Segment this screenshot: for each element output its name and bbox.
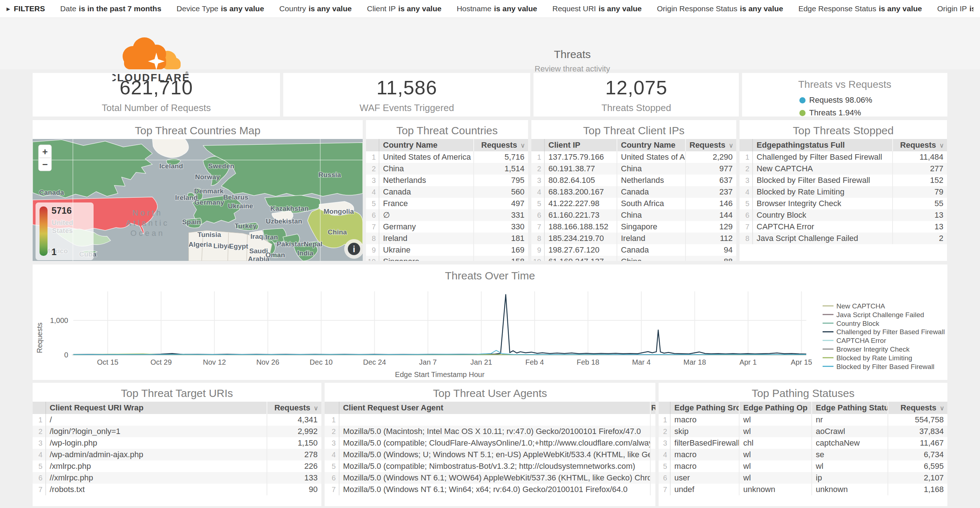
index-column-header xyxy=(531,139,544,151)
table-row[interactable]: 5/xmlrpc.php226 xyxy=(33,460,321,472)
top-pathing-statuses-table-wrap[interactable]: Edge Pathing SrcEdge Pathing OpEdge Path… xyxy=(659,402,947,506)
table-row[interactable]: 2Mozilla/5.0 (Macintosh; Intel Mac OS X … xyxy=(325,426,656,437)
filter-edge-response-status[interactable]: Edge Response Statusis any value xyxy=(798,4,922,13)
column-header-client-request-uri-wrap[interactable]: Client Request URI Wrap xyxy=(46,402,267,414)
table-row[interactable]: 2/login/?login_only=12,992 xyxy=(33,426,321,437)
column-header-requests[interactable]: Requests ∨ xyxy=(888,402,947,414)
table-row[interactable]: 5Browser Integrity Check55 xyxy=(740,198,947,209)
table-row[interactable]: 6userwlip2,107 xyxy=(659,472,947,484)
table-row[interactable]: 1 xyxy=(325,414,656,426)
table-row[interactable]: 7Germany330 xyxy=(366,221,528,233)
filter-client-ip[interactable]: Client IPis any value xyxy=(367,4,441,13)
table-row[interactable]: 1/4,341 xyxy=(33,414,321,426)
table-row[interactable]: 10Singapore158 xyxy=(366,256,528,261)
chart-legend-item-country-block[interactable]: Country Block xyxy=(822,320,880,327)
table-row[interactable]: 6∅331 xyxy=(366,209,528,221)
legend-label: Threats 1.94% xyxy=(809,108,861,116)
table-row[interactable]: 8Ireland181 xyxy=(366,233,528,244)
filter-date[interactable]: Dateis in the past 7 months xyxy=(60,4,161,13)
top-threat-client-ips-table-wrap[interactable]: Client IPCountry NameRequests ∨1137.175.… xyxy=(531,139,736,261)
table-row[interactable]: 1061.160.247.137China88 xyxy=(531,256,736,261)
filter-country[interactable]: Countryis any value xyxy=(279,4,352,13)
table-row[interactable]: 7/robots.txt90 xyxy=(33,484,321,495)
table-row[interactable]: 1macrowlnr554,758 xyxy=(659,414,947,426)
filter-origin-ip[interactable]: Origin IPis any value xyxy=(937,4,974,13)
table-row[interactable]: 4Blocked by Rate Limiting79 xyxy=(740,186,947,198)
column-header-edge-pathing-status[interactable]: Edge Pathing Status xyxy=(812,402,888,414)
top-threats-stopped-table-wrap[interactable]: Edgepathingstatus FullRequests ∨1Challen… xyxy=(740,139,947,261)
table-row[interactable]: 4macrowlse6,734 xyxy=(659,449,947,460)
table-row[interactable]: 3Mozilla/5.0 (compatible; CloudFlare-Alw… xyxy=(325,437,656,449)
chart-legend-item-blocked-by-filter-based-firewall[interactable]: Blocked by Filter Based Firewall xyxy=(822,363,934,371)
filter-origin-response-status[interactable]: Origin Response Statusis any value xyxy=(657,4,783,13)
table-row[interactable]: 2New CAPTCHA277 xyxy=(740,163,947,175)
table-row[interactable]: 4Canada560 xyxy=(366,186,528,198)
table-row[interactable]: 6//xmlrpc.php133 xyxy=(33,472,321,484)
chart-legend-item-java-script-challenge-failed[interactable]: Java Script Challenge Failed xyxy=(822,311,924,318)
filter-device-type[interactable]: Device Typeis any value xyxy=(177,4,264,13)
column-header-edgepathingstatus-full[interactable]: Edgepathingstatus Full xyxy=(752,139,892,151)
table-row[interactable]: 4/wp-admin/admin-ajax.php278 xyxy=(33,449,321,460)
chart-legend-item-blocked-by-rate-limiting[interactable]: Blocked by Rate Limiting xyxy=(822,354,912,362)
top-threat-countries-table-wrap[interactable]: Country NameRequests ∨1United States of … xyxy=(366,139,528,261)
top-threat-user-agents-table-wrap[interactable]: Client Request User AgentRequests ∨12Moz… xyxy=(325,402,656,506)
column-header-requests[interactable]: Requests ∨ xyxy=(892,139,947,151)
table-row[interactable]: 7CAPTCHA Error13 xyxy=(740,221,947,233)
column-header-requests[interactable]: Requests ∨ xyxy=(686,139,736,151)
filters-expander[interactable]: ▶ FILTERS xyxy=(6,4,45,13)
column-header-client-request-user-agent[interactable]: Client Request User Agent xyxy=(339,402,651,414)
column-header-country-name[interactable]: Country Name xyxy=(379,139,474,151)
zoom-out-button[interactable]: − xyxy=(42,159,48,170)
zoom-in-button[interactable]: + xyxy=(42,146,48,157)
filter-request-uri[interactable]: Request URIis any value xyxy=(552,4,642,13)
legend-item-threats[interactable]: Threats 1.94% xyxy=(799,108,890,116)
table-row[interactable]: 7Mozilla/5.0 (Windows NT 6.1; Win64; x64… xyxy=(325,484,656,495)
column-header-requests[interactable]: Requests ∨ xyxy=(650,402,655,414)
table-row[interactable]: 7undefunknownunknown1,168 xyxy=(659,484,947,495)
row-index: 3 xyxy=(740,175,752,186)
table-row[interactable]: 2China1,514 xyxy=(366,163,528,175)
table-row[interactable]: 8185.234.219.70Ireland112 xyxy=(531,233,736,244)
column-header-edge-pathing-src[interactable]: Edge Pathing Src xyxy=(670,402,739,414)
table-row[interactable]: 5Mozilla/5.0 (compatible; Nimbostratus-B… xyxy=(325,460,656,472)
table-row[interactable]: 3filterBasedFirewallchlcaptchaNew11,467 xyxy=(659,437,947,449)
table-row[interactable]: 8Java Script Challenge Failed2 xyxy=(740,233,947,244)
column-header-country-name[interactable]: Country Name xyxy=(617,139,686,151)
cell: 795 xyxy=(474,175,528,186)
table-row[interactable]: 7188.166.188.152Singapore129 xyxy=(531,221,736,233)
legend-item-requests[interactable]: Requests 98.06% xyxy=(799,96,890,105)
table-row[interactable]: 5macrowlwl6,595 xyxy=(659,460,947,472)
column-header-client-ip[interactable]: Client IP xyxy=(544,139,617,151)
table-row[interactable]: 3Netherlands795 xyxy=(366,175,528,186)
chart-legend-item-challenged-by-filter-based-firewall[interactable]: Challenged by Filter Based Firewall xyxy=(822,328,945,336)
threats-over-time-chart[interactable]: Oct 15Oct 29Nov 12Nov 26Dec 10Dec 24Jan … xyxy=(33,280,947,380)
table-row[interactable]: 468.183.200.167Canada237 xyxy=(531,186,736,198)
world-map[interactable]: CanadaUnitedStatesMexicoCubaIcelandIrela… xyxy=(33,139,363,261)
table-row[interactable]: 541.222.227.98South Africa146 xyxy=(531,198,736,209)
top-threat-target-uris-table-wrap[interactable]: Client Request URI WrapRequests ∨1/4,341… xyxy=(33,402,321,506)
chart-legend-item-new-captcha[interactable]: New CAPTCHA xyxy=(822,302,885,310)
table-row[interactable]: 4Mozilla/5.0 (Windows; U; Windows NT 5.1… xyxy=(325,449,656,460)
table-row[interactable]: 661.160.221.73China144 xyxy=(531,209,736,221)
chart-legend-item-browser-integrity-check[interactable]: Browser Integrity Check xyxy=(822,346,910,353)
table-row[interactable]: 5France497 xyxy=(366,198,528,209)
table-row[interactable]: 9Ukraine169 xyxy=(366,244,528,256)
chart-legend-item-captcha-error[interactable]: CAPTCHA Error xyxy=(822,337,886,344)
table-row[interactable]: 9198.27.67.120Canada94 xyxy=(531,244,736,256)
map-svg[interactable]: CanadaUnitedStatesMexicoCubaIcelandIrela… xyxy=(33,139,363,261)
table-row[interactable]: 3Blocked by Filter Based Firewall152 xyxy=(740,175,947,186)
table-row[interactable]: 2skipwlaoCrawl37,834 xyxy=(659,426,947,437)
table-row[interactable]: 380.82.64.105Netherlands637 xyxy=(531,175,736,186)
column-header-requests[interactable]: Requests ∨ xyxy=(267,402,321,414)
table-row[interactable]: 3/wp-login.php1,150 xyxy=(33,437,321,449)
column-header-requests[interactable]: Requests ∨ xyxy=(474,139,528,151)
table-row[interactable]: 1Challenged by Filter Based Firewall11,4… xyxy=(740,151,947,163)
table-row[interactable]: 1137.175.79.166United States of America2… xyxy=(531,151,736,163)
column-header-edge-pathing-op[interactable]: Edge Pathing Op xyxy=(739,402,812,414)
cell: 977 xyxy=(686,163,736,175)
table-row[interactable]: 6Country Block13 xyxy=(740,209,947,221)
filter-hostname[interactable]: Hostnameis any value xyxy=(457,4,537,13)
table-row[interactable]: 1United States of America5,716 xyxy=(366,151,528,163)
table-row[interactable]: 6Mozilla/5.0 (Windows NT 6.1; WOW64) App… xyxy=(325,472,656,484)
table-row[interactable]: 260.191.38.77China977 xyxy=(531,163,736,175)
